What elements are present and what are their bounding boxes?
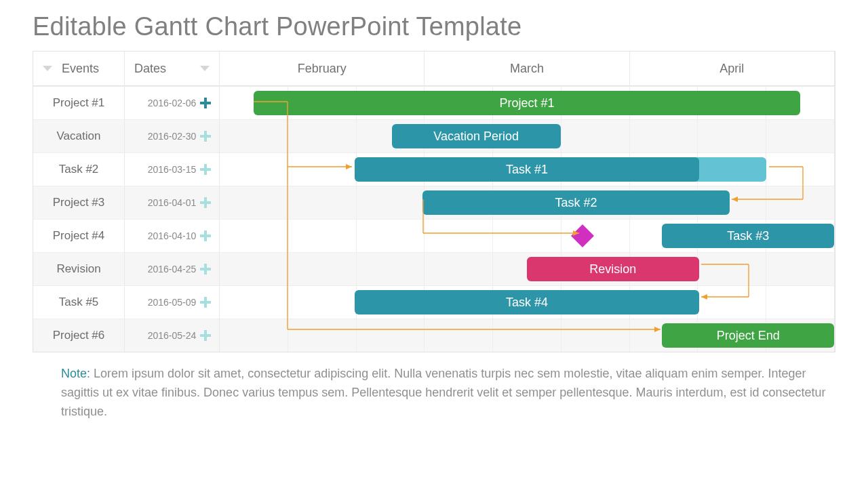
table-row: Project #4 2016-04-10 Task #3 — [33, 219, 835, 252]
chart-cell: Project #1 — [220, 87, 835, 119]
event-name: Project #1 — [33, 87, 125, 119]
table-row: Project #6 2016-05-24 Project End — [33, 319, 835, 352]
chart-cell: Project End — [220, 319, 835, 352]
event-name: Project #4 — [33, 220, 125, 252]
chevron-down-icon[interactable] — [43, 66, 52, 71]
event-date: 2016-05-24 — [125, 319, 220, 352]
event-name: Project #3 — [33, 186, 125, 219]
table-row: Revision 2016-04-25 Revision — [33, 252, 835, 285]
chart-cell: Task #4 — [220, 286, 835, 319]
gantt-bar-projectend[interactable]: Project End — [662, 323, 834, 348]
chart-cell: Task #3 — [220, 220, 835, 252]
event-date: 2016-02-06 — [125, 87, 220, 119]
chart-cell: Task #1 — [220, 153, 835, 186]
header-events[interactable]: Events — [33, 52, 125, 85]
event-date: 2016-05-09 — [125, 286, 220, 319]
event-name: Task #2 — [33, 153, 125, 186]
gantt-bar-task1[interactable]: Task #1 — [355, 157, 698, 182]
header-dates[interactable]: Dates — [125, 52, 220, 85]
gantt-header-row: Events Dates February March April — [33, 52, 835, 86]
gantt-bar-revision[interactable]: Revision — [527, 257, 699, 281]
header-events-label: Events — [62, 62, 99, 76]
gantt-bar-task3[interactable]: Task #3 — [662, 224, 834, 248]
event-date: 2016-03-15 — [125, 153, 220, 186]
plus-icon[interactable] — [200, 164, 211, 175]
plus-icon[interactable] — [200, 230, 211, 241]
month-col: April — [630, 52, 834, 85]
event-name: Vacation — [33, 120, 125, 152]
table-row: Vacation 2016-02-30 Vacation Period — [33, 119, 835, 152]
gantt-bar-project1[interactable]: Project #1 — [254, 91, 800, 115]
event-date: 2016-04-25 — [125, 253, 220, 285]
event-name: Project #6 — [33, 319, 125, 352]
table-row: Task #2 2016-03-15 Task #1 — [33, 152, 835, 186]
month-col: February — [220, 52, 425, 85]
note-label: Note: — [61, 367, 90, 380]
gantt-bar-task4[interactable]: Task #4 — [355, 290, 698, 314]
slide: Editable Gantt Chart PowerPoint Template… — [0, 0, 868, 422]
plus-icon[interactable] — [200, 264, 211, 274]
gantt-bar-vacation[interactable]: Vacation Period — [392, 124, 561, 148]
note-text: Lorem ipsum dolor sit amet, consectetur … — [61, 367, 826, 418]
plus-icon[interactable] — [200, 330, 211, 341]
event-name: Task #5 — [33, 286, 125, 319]
chart-cell: Vacation Period — [220, 120, 835, 152]
gantt-chart: Events Dates February March April Projec… — [33, 51, 835, 352]
plus-icon[interactable] — [200, 98, 211, 108]
chart-cell: Revision — [220, 253, 835, 285]
month-col: March — [425, 52, 629, 85]
plus-icon[interactable] — [200, 131, 211, 142]
plus-icon[interactable] — [200, 297, 211, 308]
event-date: 2016-02-30 — [125, 120, 220, 152]
header-dates-label: Dates — [134, 62, 166, 76]
event-date: 2016-04-10 — [125, 220, 220, 252]
header-timeline: February March April — [220, 52, 835, 85]
gantt-bar-task2[interactable]: Task #2 — [422, 190, 730, 215]
table-row: Task #5 2016-05-09 Task #4 — [33, 285, 835, 319]
event-name: Revision — [33, 253, 125, 285]
event-date: 2016-04-01 — [125, 186, 220, 219]
chevron-down-icon[interactable] — [200, 66, 210, 71]
chart-cell: Task #2 — [220, 186, 835, 219]
plus-icon[interactable] — [200, 197, 211, 208]
slide-title: Editable Gantt Chart PowerPoint Template — [33, 12, 835, 41]
table-row: Project #3 2016-04-01 Task #2 — [33, 186, 835, 219]
table-row: Project #1 2016-02-06 Project #1 — [33, 86, 835, 119]
footnote: Note: Lorem ipsum dolor sit amet, consec… — [61, 365, 827, 422]
